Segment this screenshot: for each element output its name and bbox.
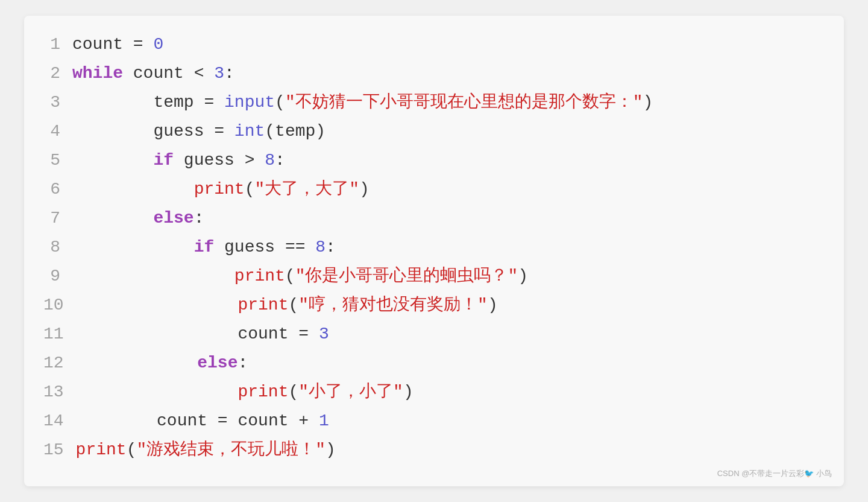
token-str-red: "哼，猜对也没有奖励！" — [298, 296, 488, 314]
line-content: temp = input("不妨猜一下小哥哥现在心里想的是那个数字：") — [72, 88, 653, 117]
token-kw-purple: if — [194, 238, 215, 256]
code-line: 4 guess = int(temp) — [43, 117, 825, 146]
token-op: == — [285, 238, 315, 256]
token-num: 8 — [265, 151, 275, 170]
token-var: guess — [174, 151, 245, 170]
line-content: print("哼，猜对也没有奖励！") — [76, 291, 498, 320]
token-punc: ) — [326, 440, 336, 459]
token-var: temp — [275, 122, 315, 141]
token-kw-purple: else — [153, 209, 193, 227]
code-container: 1count = 02while count < 3:3 temp = inpu… — [24, 16, 844, 486]
token-str-red: "小了，小了" — [298, 383, 403, 401]
line-content: if guess > 8: — [72, 146, 285, 175]
code-line: 9 print("你是小哥哥心里的蛔虫吗？") — [43, 262, 825, 291]
line-number: 11 — [43, 320, 76, 349]
token-punc: ( — [127, 440, 137, 459]
token-punc: ) — [488, 296, 498, 314]
token-str-red: "大了，大了" — [254, 180, 359, 199]
token-punc: ) — [518, 267, 528, 285]
token-fn-red: print — [76, 440, 127, 459]
token-var: temp — [153, 93, 193, 112]
code-line: 3 temp = input("不妨猜一下小哥哥现在心里想的是那个数字：") — [43, 88, 825, 117]
token-str-red: "游戏结束，不玩儿啦！" — [136, 440, 326, 459]
line-number: 12 — [43, 349, 76, 378]
line-content: print("小了，小了") — [76, 378, 414, 407]
token-punc: : — [275, 151, 285, 170]
token-var: count — [237, 411, 288, 430]
code-line: 11 count = 3 — [43, 320, 825, 349]
token-var: count — [237, 325, 288, 343]
code-line: 1count = 0 — [43, 30, 825, 59]
token-op: = — [207, 411, 237, 430]
line-number: 13 — [43, 378, 76, 407]
code-line: 8 if guess == 8: — [43, 233, 825, 262]
token-num: 0 — [153, 35, 163, 54]
token-var: count — [123, 64, 194, 83]
token-punc: : — [326, 238, 336, 256]
code-line: 6 print("大了，大了") — [43, 175, 825, 204]
token-kw-purple: if — [153, 151, 174, 170]
token-punc: ( — [265, 122, 275, 141]
line-content: print("游戏结束，不玩儿啦！") — [76, 436, 336, 465]
token-fn-blue: input — [224, 93, 275, 112]
line-number: 4 — [43, 117, 72, 146]
line-number: 6 — [43, 175, 72, 204]
token-fn-red: print — [234, 267, 285, 285]
line-number: 7 — [43, 204, 72, 233]
code-line: 12 else: — [43, 349, 825, 378]
token-punc: ) — [643, 93, 653, 112]
token-kw-purple: while — [72, 64, 123, 83]
line-content: print("大了，大了") — [72, 175, 370, 204]
token-punc: ) — [403, 383, 414, 401]
token-op: = — [123, 35, 153, 54]
line-content: count = 0 — [72, 30, 163, 59]
token-punc: ) — [315, 122, 326, 141]
code-block: 1count = 02while count < 3:3 temp = inpu… — [43, 30, 825, 465]
token-punc: : — [224, 64, 234, 83]
line-number: 5 — [43, 146, 72, 175]
token-fn-red: print — [237, 383, 288, 401]
token-punc: ( — [288, 383, 298, 401]
line-number: 2 — [43, 59, 72, 88]
token-punc: ( — [285, 267, 295, 285]
token-op: < — [194, 64, 215, 83]
token-fn-blue: int — [234, 122, 265, 141]
token-var: count — [72, 35, 123, 54]
code-line: 15print("游戏结束，不玩儿啦！") — [43, 436, 825, 465]
token-op: = — [194, 93, 224, 112]
token-num: 8 — [315, 238, 326, 256]
token-str-red: "你是小哥哥心里的蛔虫吗？" — [295, 267, 518, 285]
code-line: 10 print("哼，猜对也没有奖励！") — [43, 291, 825, 320]
token-var: guess — [214, 238, 285, 256]
token-punc: : — [194, 209, 204, 227]
token-num: 3 — [319, 325, 329, 343]
line-content: print("你是小哥哥心里的蛔虫吗？") — [72, 262, 528, 291]
token-op: = — [288, 325, 318, 343]
line-content: count = 3 — [76, 320, 329, 349]
token-punc: ) — [359, 180, 370, 199]
token-punc: ( — [288, 296, 298, 314]
code-line: 13 print("小了，小了") — [43, 378, 825, 407]
token-punc: ( — [275, 93, 285, 112]
token-op: + — [288, 411, 318, 430]
token-num: 3 — [214, 64, 224, 83]
line-number: 15 — [43, 436, 76, 465]
token-fn-red: print — [194, 180, 245, 199]
line-number: 9 — [43, 262, 72, 291]
line-number: 1 — [43, 30, 72, 59]
line-content: else: — [72, 204, 204, 233]
token-var: guess — [153, 122, 204, 141]
line-content: count = count + 1 — [76, 407, 329, 436]
line-content: while count < 3: — [72, 59, 234, 88]
line-content: else: — [76, 349, 248, 378]
token-punc: : — [237, 354, 248, 372]
line-number: 10 — [43, 291, 76, 320]
code-line: 7 else: — [43, 204, 825, 233]
line-number: 14 — [43, 407, 76, 436]
token-var: count — [157, 411, 207, 430]
code-line: 14 count = count + 1 — [43, 407, 825, 436]
token-kw-purple: else — [197, 354, 237, 372]
line-content: if guess == 8: — [72, 233, 336, 262]
token-op: = — [204, 122, 234, 141]
token-fn-red: print — [237, 296, 288, 314]
